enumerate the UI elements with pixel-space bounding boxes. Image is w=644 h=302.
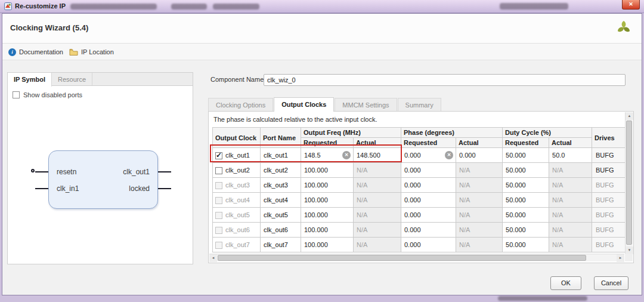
phase-note: The phase is calculated relative to the … [213,116,377,123]
freq-requested-field[interactable]: 100.000 [301,193,354,208]
scroll-right-button[interactable]: ► [617,254,624,262]
clear-icon[interactable]: ✕ [342,151,351,159]
phase-requested-field[interactable]: 0.000 [401,178,456,193]
tab-summary[interactable]: Summary [398,98,441,112]
resetn-bubble-icon [31,169,35,172]
output-clock-label: clk_out4 [225,197,250,204]
output-clock-checkbox[interactable]: ✓ [215,242,222,249]
dialog-icon [4,2,12,10]
header-duty-requested: Requested [503,138,549,148]
freq-requested-field[interactable]: 100.000 [301,163,354,178]
horizontal-scroll-thumb[interactable] [218,255,586,261]
tab-mmcm-settings[interactable]: MMCM Settings [335,98,397,112]
tab-resource[interactable]: Resource [52,73,92,85]
redacted-text-blur [498,296,587,301]
close-button[interactable]: ✕ [622,0,640,10]
drives-cell[interactable]: BUFG [592,163,627,178]
ip-location-button[interactable]: IP Location [69,44,114,60]
freq-requested-field[interactable]: 100.000 [301,208,354,223]
header-phase-actual: Actual [456,138,503,148]
output-clock-label: clk_out6 [225,227,250,234]
phase-requested-field[interactable]: 0.000✕ [401,148,456,163]
duty-requested-field[interactable]: 50.000 [503,238,549,252]
freq-requested-field[interactable]: 100.000 [301,223,354,238]
phase-requested-field[interactable]: 0.000 [401,208,456,223]
duty-actual-cell: N/A [549,208,592,223]
output-clock-checkbox[interactable]: ✓ [215,167,222,174]
vertical-scrollbar[interactable]: ▲ ▼ [625,112,633,254]
drives-cell[interactable]: BUFG [592,178,627,193]
duty-requested-field[interactable]: 50.000 [503,163,549,178]
duty-actual-cell: N/A [549,178,592,193]
output-clock-cell: ✓clk_out4 [213,193,261,208]
vendor-logo-icon [615,20,632,36]
phase-requested-field[interactable]: 0.000 [401,163,456,178]
documentation-button[interactable]: i Documentation [8,44,63,60]
freq-actual-cell: N/A [354,238,401,252]
duty-requested-field[interactable]: 50.000 [503,208,549,223]
port-name-cell: clk_out6 [261,223,301,238]
scroll-up-button[interactable]: ▲ [626,112,633,120]
duty-requested-field[interactable]: 50.000 [503,148,549,163]
scroll-left-button[interactable]: ◄ [209,254,217,262]
duty-requested-field[interactable]: 50.000 [503,178,549,193]
output-clock-cell: ✓clk_out7 [213,238,261,252]
port-name-cell: clk_out4 [261,193,301,208]
output-clock-checkbox[interactable]: ✓ [215,212,222,219]
output-clock-checkbox[interactable]: ✓ [215,182,222,189]
freq-actual-cell: N/A [354,208,401,223]
phase-requested-field[interactable]: 0.000 [401,238,456,252]
duty-requested-field[interactable]: 50.000 [503,193,549,208]
duty-actual-cell: N/A [549,163,592,178]
duty-requested-field[interactable]: 50.000 [503,223,549,238]
vertical-scroll-thumb[interactable] [626,121,632,245]
info-icon: i [8,48,16,56]
phase-requested-field[interactable]: 0.000 [401,223,456,238]
phase-requested-field[interactable]: 0.000 [401,193,456,208]
output-clock-label: clk_out3 [225,182,250,189]
show-disabled-ports-checkbox[interactable] [13,91,20,98]
table-header-row: Output Clock Port Name Output Freq (MHz)… [213,128,627,138]
port-name-cell: clk_out1 [261,148,301,163]
table-row: ✓clk_out4 clk_out4 100.000 N/A 0.000 N/A… [213,193,627,208]
recustomize-ip-window: Re-customize IP ✕ Clocking Wizard (5.4) … [0,0,644,302]
freq-actual-cell: N/A [354,163,401,178]
ok-button[interactable]: OK [550,276,581,290]
clear-icon[interactable]: ✕ [445,151,453,159]
table-row: ✓clk_out7 clk_out7 100.000 N/A 0.000 N/A… [213,238,627,252]
drives-cell[interactable]: BUFG [592,238,627,252]
duty-actual-cell: N/A [549,193,592,208]
header-freq-requested: Requested [301,138,354,148]
output-clock-cell: ✓clk_out1 [213,148,261,163]
output-clock-label: clk_out1 [225,152,250,159]
component-name-input[interactable] [264,74,626,86]
freq-actual-cell: N/A [354,193,401,208]
redacted-text-blur [500,3,568,10]
drives-cell[interactable]: BUFG [592,148,627,163]
port-label-resetn: resetn [57,168,76,176]
freq-actual-cell: N/A [354,178,401,193]
freq-requested-field[interactable]: 148.5✕ [301,148,354,163]
phase-actual-cell: N/A [456,208,503,223]
freq-requested-field[interactable]: 100.000 [301,238,354,252]
dialog-header: Clocking Wizard (5.4) [2,14,642,44]
drives-cell[interactable]: BUFG [592,208,627,223]
freq-requested-field[interactable]: 100.000 [301,178,354,193]
table-row: ✓clk_out6 clk_out6 100.000 N/A 0.000 N/A… [213,223,627,238]
header-port-name: Port Name [261,128,301,148]
tab-output-clocks[interactable]: Output Clocks [274,97,334,112]
output-clock-cell: ✓clk_out3 [213,178,261,193]
drives-cell[interactable]: BUFG [592,193,627,208]
cancel-button[interactable]: Cancel [594,276,628,290]
horizontal-scrollbar[interactable]: ◄ ► [209,254,624,261]
output-clock-checkbox[interactable]: ✓ [215,197,222,204]
tab-ip-symbol[interactable]: IP Symbol [8,73,52,87]
tab-clocking-options[interactable]: Clocking Options [208,98,273,112]
port-name-cell: clk_out5 [261,208,301,223]
output-clock-cell: ✓clk_out5 [213,208,261,223]
check-icon: ✓ [216,151,222,159]
output-clock-checkbox[interactable]: ✓ [215,152,222,159]
drives-cell[interactable]: BUFG [592,223,627,238]
phase-actual-cell: N/A [456,238,503,252]
output-clock-checkbox[interactable]: ✓ [215,227,222,234]
